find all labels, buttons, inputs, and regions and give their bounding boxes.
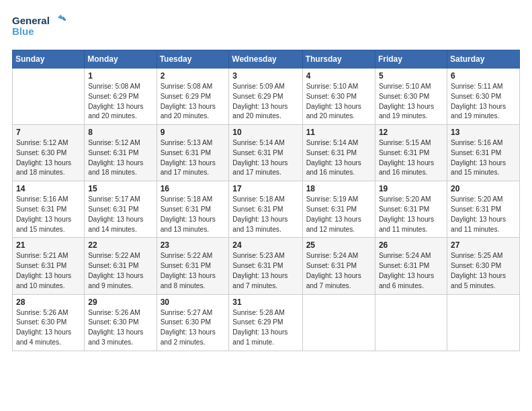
calendar-cell: 31Sunrise: 5:28 AMSunset: 6:29 PMDayligh… — [229, 294, 302, 351]
calendar-cell: 5Sunrise: 5:10 AMSunset: 6:30 PMDaylight… — [375, 68, 447, 125]
calendar-cell: 6Sunrise: 5:11 AMSunset: 6:30 PMDaylight… — [447, 68, 519, 125]
day-info: Sunrise: 5:08 AMSunset: 6:29 PMDaylight:… — [161, 82, 226, 122]
day-info: Sunrise: 5:14 AMSunset: 6:31 PMDaylight:… — [232, 138, 298, 178]
header-wednesday: Wednesday — [229, 50, 302, 68]
svg-text:General: General — [12, 15, 50, 26]
calendar-cell: 23Sunrise: 5:22 AMSunset: 6:31 PMDayligh… — [157, 238, 229, 294]
calendar-cell: 22Sunrise: 5:22 AMSunset: 6:31 PMDayligh… — [85, 238, 157, 294]
day-info: Sunrise: 5:25 AMSunset: 6:30 PMDaylight:… — [451, 251, 516, 291]
calendar-cell: 1Sunrise: 5:08 AMSunset: 6:29 PMDaylight… — [85, 68, 157, 125]
day-number: 30 — [161, 298, 226, 307]
day-info: Sunrise: 5:21 AMSunset: 6:31 PMDaylight:… — [16, 251, 81, 291]
day-info: Sunrise: 5:23 AMSunset: 6:31 PMDaylight:… — [232, 251, 298, 291]
calendar-cell: 29Sunrise: 5:26 AMSunset: 6:30 PMDayligh… — [85, 294, 157, 351]
calendar-cell: 15Sunrise: 5:17 AMSunset: 6:31 PMDayligh… — [85, 181, 157, 238]
week-row-5: 28Sunrise: 5:26 AMSunset: 6:30 PMDayligh… — [13, 294, 520, 351]
calendar-cell: 2Sunrise: 5:08 AMSunset: 6:29 PMDaylight… — [157, 68, 229, 125]
calendar-cell — [302, 294, 375, 351]
header-friday: Friday — [375, 50, 447, 68]
day-info: Sunrise: 5:18 AMSunset: 6:31 PMDaylight:… — [161, 195, 226, 234]
calendar-cell: 3Sunrise: 5:09 AMSunset: 6:29 PMDaylight… — [229, 68, 302, 125]
day-info: Sunrise: 5:26 AMSunset: 6:30 PMDaylight:… — [16, 308, 81, 348]
calendar-cell: 7Sunrise: 5:12 AMSunset: 6:30 PMDaylight… — [13, 125, 85, 181]
day-info: Sunrise: 5:24 AMSunset: 6:31 PMDaylight:… — [306, 251, 371, 291]
calendar-cell: 27Sunrise: 5:25 AMSunset: 6:30 PMDayligh… — [447, 238, 519, 294]
day-info: Sunrise: 5:13 AMSunset: 6:31 PMDaylight:… — [161, 138, 226, 178]
day-info: Sunrise: 5:19 AMSunset: 6:31 PMDaylight:… — [306, 195, 371, 234]
calendar-cell: 24Sunrise: 5:23 AMSunset: 6:31 PMDayligh… — [229, 238, 302, 294]
day-number: 6 — [451, 71, 516, 81]
day-info: Sunrise: 5:17 AMSunset: 6:31 PMDaylight:… — [88, 195, 152, 234]
header-saturday: Saturday — [447, 50, 519, 68]
day-info: Sunrise: 5:18 AMSunset: 6:31 PMDaylight:… — [232, 195, 298, 234]
day-number: 2 — [161, 71, 226, 81]
calendar-cell: 17Sunrise: 5:18 AMSunset: 6:31 PMDayligh… — [229, 181, 302, 238]
day-number: 7 — [16, 128, 81, 137]
calendar-cell: 14Sunrise: 5:16 AMSunset: 6:31 PMDayligh… — [13, 181, 85, 238]
calendar-cell: 8Sunrise: 5:12 AMSunset: 6:31 PMDaylight… — [85, 125, 157, 181]
calendar-cell: 11Sunrise: 5:14 AMSunset: 6:31 PMDayligh… — [302, 125, 375, 181]
week-row-4: 21Sunrise: 5:21 AMSunset: 6:31 PMDayligh… — [13, 238, 520, 294]
day-number: 8 — [88, 128, 152, 137]
calendar-table: SundayMondayTuesdayWednesdayThursdayFrid… — [12, 50, 520, 351]
day-number: 3 — [232, 71, 298, 81]
calendar-cell: 18Sunrise: 5:19 AMSunset: 6:31 PMDayligh… — [302, 181, 375, 238]
calendar-cell: 12Sunrise: 5:15 AMSunset: 6:31 PMDayligh… — [375, 125, 447, 181]
calendar-header-row: SundayMondayTuesdayWednesdayThursdayFrid… — [13, 50, 520, 68]
day-info: Sunrise: 5:20 AMSunset: 6:31 PMDaylight:… — [451, 195, 516, 234]
day-number: 14 — [16, 184, 81, 193]
calendar-cell: 26Sunrise: 5:24 AMSunset: 6:31 PMDayligh… — [375, 238, 447, 294]
page: General Blue SundayMondayTuesdayWednesda… — [0, 0, 532, 411]
header-thursday: Thursday — [302, 50, 375, 68]
day-info: Sunrise: 5:27 AMSunset: 6:30 PMDaylight:… — [161, 308, 226, 348]
header: General Blue — [12, 12, 520, 43]
day-number: 15 — [88, 184, 152, 193]
day-info: Sunrise: 5:12 AMSunset: 6:30 PMDaylight:… — [16, 138, 81, 178]
day-number: 12 — [379, 128, 443, 137]
day-info: Sunrise: 5:12 AMSunset: 6:31 PMDaylight:… — [88, 138, 152, 178]
day-number: 9 — [161, 128, 226, 137]
day-number: 31 — [232, 298, 298, 307]
day-number: 27 — [451, 240, 516, 250]
day-number: 13 — [451, 128, 516, 137]
day-info: Sunrise: 5:28 AMSunset: 6:29 PMDaylight:… — [232, 308, 298, 348]
week-row-1: 1Sunrise: 5:08 AMSunset: 6:29 PMDaylight… — [13, 68, 520, 125]
svg-marker-3 — [63, 16, 66, 21]
calendar-cell: 13Sunrise: 5:16 AMSunset: 6:31 PMDayligh… — [447, 125, 519, 181]
week-row-2: 7Sunrise: 5:12 AMSunset: 6:30 PMDaylight… — [13, 125, 520, 181]
calendar-cell: 4Sunrise: 5:10 AMSunset: 6:30 PMDaylight… — [302, 68, 375, 125]
day-info: Sunrise: 5:09 AMSunset: 6:29 PMDaylight:… — [232, 82, 298, 122]
day-number: 10 — [232, 128, 298, 137]
day-info: Sunrise: 5:22 AMSunset: 6:31 PMDaylight:… — [161, 251, 226, 291]
calendar-cell: 19Sunrise: 5:20 AMSunset: 6:31 PMDayligh… — [375, 181, 447, 238]
day-number: 4 — [306, 71, 371, 81]
calendar-cell: 28Sunrise: 5:26 AMSunset: 6:30 PMDayligh… — [13, 294, 85, 351]
day-info: Sunrise: 5:16 AMSunset: 6:31 PMDaylight:… — [16, 195, 81, 234]
day-info: Sunrise: 5:24 AMSunset: 6:31 PMDaylight:… — [379, 251, 443, 291]
day-info: Sunrise: 5:11 AMSunset: 6:30 PMDaylight:… — [451, 82, 516, 122]
logo-svg: General Blue — [12, 12, 66, 43]
logo: General Blue — [12, 12, 66, 43]
day-number: 11 — [306, 128, 371, 137]
calendar-cell: 21Sunrise: 5:21 AMSunset: 6:31 PMDayligh… — [13, 238, 85, 294]
day-number: 25 — [306, 240, 371, 250]
header-tuesday: Tuesday — [157, 50, 229, 68]
day-number: 22 — [88, 240, 152, 250]
day-number: 17 — [232, 184, 298, 193]
day-number: 24 — [232, 240, 298, 250]
calendar-cell: 9Sunrise: 5:13 AMSunset: 6:31 PMDaylight… — [157, 125, 229, 181]
header-monday: Monday — [85, 50, 157, 68]
day-number: 1 — [88, 71, 152, 81]
day-info: Sunrise: 5:10 AMSunset: 6:30 PMDaylight:… — [306, 82, 371, 122]
day-number: 23 — [161, 240, 226, 250]
day-number: 5 — [379, 71, 443, 81]
day-number: 29 — [88, 298, 152, 307]
day-info: Sunrise: 5:14 AMSunset: 6:31 PMDaylight:… — [306, 138, 371, 178]
day-info: Sunrise: 5:15 AMSunset: 6:31 PMDaylight:… — [379, 138, 443, 178]
day-number: 21 — [16, 240, 81, 250]
day-info: Sunrise: 5:16 AMSunset: 6:31 PMDaylight:… — [451, 138, 516, 178]
day-number: 19 — [379, 184, 443, 193]
calendar-cell — [447, 294, 519, 351]
calendar-cell: 20Sunrise: 5:20 AMSunset: 6:31 PMDayligh… — [447, 181, 519, 238]
day-number: 18 — [306, 184, 371, 193]
